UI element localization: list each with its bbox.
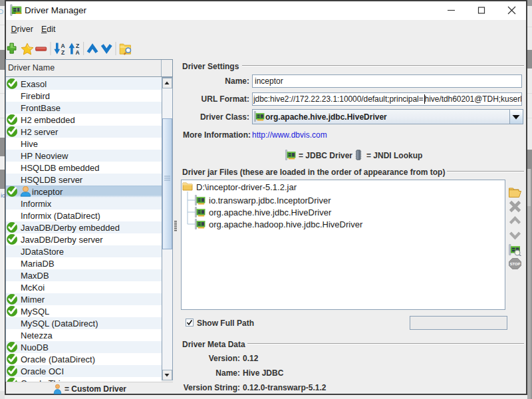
svg-text:A: A	[76, 49, 80, 56]
svg-text:Z: Z	[76, 43, 79, 49]
svg-text:Z: Z	[61, 49, 65, 56]
svg-text:A: A	[61, 43, 65, 49]
svg-text:STOP: STOP	[510, 262, 521, 266]
